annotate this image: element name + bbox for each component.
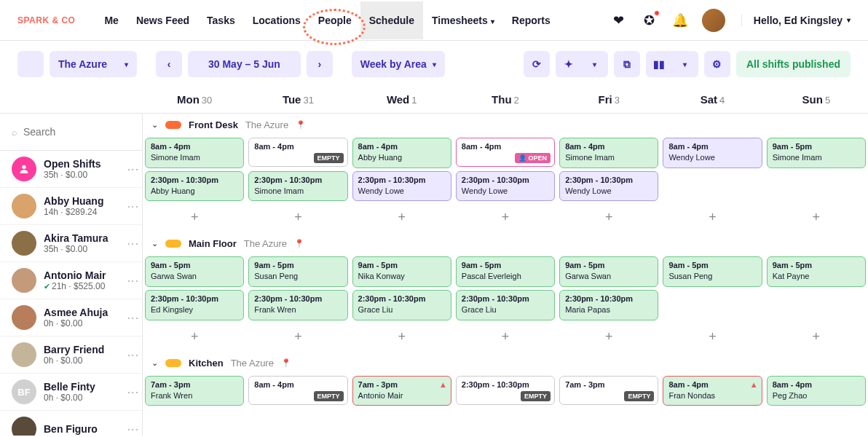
shift-card[interactable]: 7am - 3pm Frank Wren [145, 376, 244, 406]
shift-card[interactable]: 8am - 4pm 👤 OPEN [456, 138, 555, 167]
refresh-button[interactable]: ⟳ [524, 51, 550, 77]
add-shift-button[interactable]: + [454, 202, 557, 232]
shift-card[interactable]: 8am - 4pm Simone Imam [145, 138, 244, 168]
more-icon[interactable]: ⋮ [130, 275, 135, 286]
chevron-down-icon[interactable]: ⌄ [151, 358, 158, 368]
shift-person: Frank Wren [151, 390, 238, 401]
prev-week-button[interactable]: ‹ [156, 51, 182, 77]
help-icon[interactable]: ✪ [641, 12, 658, 29]
shift-time: 8am - 4pm [254, 141, 342, 152]
add-shift-button[interactable]: + [660, 202, 764, 232]
more-icon[interactable]: ⋮ [130, 201, 135, 212]
shift-card[interactable]: 9am - 5pm Susan Peng [248, 256, 347, 287]
add-shift-button[interactable]: + [557, 202, 660, 232]
date-range-display[interactable]: 30 May – 5 Jun [188, 51, 301, 77]
shift-card[interactable]: 2:30pm - 10:30pm Maria Papas [559, 290, 658, 320]
shift-card[interactable]: 8am - 4pm Peg Zhao [767, 376, 866, 406]
shift-card[interactable]: 2:30pm - 10:30pm Wendy Lowe [456, 171, 555, 202]
add-shift-button[interactable]: + [765, 322, 868, 352]
shift-card[interactable]: 2:30pm - 10:30pm Abby Huang [145, 171, 244, 202]
search-input[interactable] [23, 126, 143, 138]
nav-news-feed[interactable]: News Feed [127, 1, 198, 39]
person-row[interactable]: Barry Friend 0h · $0.00 ⋮ [0, 336, 142, 374]
location-pin-button[interactable] [17, 51, 44, 77]
add-shift-button[interactable]: + [765, 202, 868, 232]
person-row[interactable]: Open Shifts 35h · $0.00 ⋮ [0, 151, 142, 188]
shift-card[interactable]: 8am - 4pm EMPTY [248, 376, 347, 405]
shift-time: 2:30pm - 10:30pm [151, 175, 238, 186]
nav-schedule[interactable]: Schedule [360, 1, 423, 39]
view-mode-selector[interactable]: Week by Area▾ [352, 51, 445, 77]
shift-time: 2:30pm - 10:30pm [462, 294, 549, 304]
area-header[interactable]: ⌄ Main Floor The Azure 📍 [143, 232, 868, 255]
shift-card[interactable]: 9am - 5pm Pascal Everleigh [456, 256, 555, 287]
shift-time: 9am - 5pm [462, 260, 549, 271]
shift-card[interactable]: 2:30pm - 10:30pm Grace Liu [456, 290, 555, 320]
shift-card[interactable]: 7am - 3pm Antonio Mair▲ [352, 376, 451, 406]
nav-reports[interactable]: Reports [503, 1, 559, 39]
copy-button[interactable]: ⧉ [614, 51, 640, 77]
person-row[interactable]: Ben Figuro ⋮ [0, 411, 142, 436]
shift-card[interactable]: 9am - 5pm Garwa Swan [145, 256, 244, 287]
favorites-icon[interactable]: ❤ [610, 12, 628, 29]
shift-card[interactable]: 8am - 4pm Simone Imam [559, 138, 658, 168]
nav-locations[interactable]: Locations [244, 1, 309, 39]
add-shift-button[interactable]: + [246, 202, 350, 232]
add-shift-button[interactable]: + [454, 322, 557, 352]
more-icon[interactable]: ⋮ [130, 312, 135, 323]
person-row[interactable]: Abby Huang 14h · $289.24 ⋮ [0, 188, 142, 225]
shift-card[interactable]: 8am - 4pm Abby Huang [352, 138, 451, 168]
shift-card[interactable]: 8am - 4pm Fran Nondas▲ [663, 376, 762, 406]
person-row[interactable]: Asmee Ahuja 0h · $0.00 ⋮ [0, 299, 142, 336]
shift-card[interactable]: 2:30pm - 10:30pm Simone Imam [248, 171, 347, 202]
shift-person: Susan Peng [254, 271, 342, 282]
add-shift-button[interactable]: + [557, 322, 660, 352]
person-row[interactable]: Akira Tamura 35h · $0.00 ⋮ [0, 225, 142, 262]
stats-button[interactable]: ▮▮ [646, 51, 672, 77]
settings-button[interactable]: ⚙ [704, 51, 730, 77]
add-shift-button[interactable]: + [246, 322, 350, 352]
shift-card[interactable]: 2:30pm - 10:30pm Wendy Lowe [559, 171, 658, 202]
chevron-down-icon[interactable]: ⌄ [151, 120, 158, 130]
shift-card[interactable]: 9am - 5pm Garwa Swan [559, 256, 658, 287]
shift-card[interactable]: 2:30pm - 10:30pm Frank Wren [248, 290, 347, 320]
shift-card[interactable]: 2:30pm - 10:30pm EMPTY [456, 376, 555, 405]
person-row[interactable]: BF Belle Finty 0h · $0.00 ⋮ [0, 374, 142, 411]
add-shift-button[interactable]: + [143, 322, 246, 352]
magic-dropdown[interactable]: ▾ [582, 51, 608, 77]
shift-card[interactable]: 8am - 4pm Wendy Lowe [663, 138, 762, 168]
add-shift-button[interactable]: + [350, 202, 454, 232]
shift-card[interactable]: 2:30pm - 10:30pm Ed Kingsley [145, 290, 244, 320]
shift-card[interactable]: 2:30pm - 10:30pm Wendy Lowe [352, 171, 451, 202]
nav-people[interactable]: People [309, 1, 360, 39]
person-row[interactable]: Antonio Mair ✔21h · $525.00 ⋮ [0, 262, 142, 299]
user-greeting[interactable]: Hello, Ed Kingsley▾ [741, 15, 851, 26]
add-shift-button[interactable]: + [660, 322, 764, 352]
add-shift-button[interactable]: + [143, 202, 246, 232]
area-header[interactable]: ⌄ Kitchen The Azure 📍 [143, 352, 868, 374]
next-week-button[interactable]: › [307, 51, 333, 77]
shift-card[interactable]: 9am - 5pm Susan Peng [663, 256, 762, 287]
chevron-down-icon[interactable]: ⌄ [151, 239, 158, 248]
user-avatar[interactable] [702, 9, 725, 32]
shift-card[interactable]: 9am - 5pm Nika Konway [352, 256, 451, 287]
more-icon[interactable]: ⋮ [130, 350, 135, 361]
more-icon[interactable]: ⋮ [130, 164, 135, 175]
nav-me[interactable]: Me [95, 1, 127, 39]
shift-card[interactable]: 8am - 4pm EMPTY [248, 138, 347, 167]
shift-card[interactable]: 9am - 5pm Simone Imam [767, 138, 866, 168]
shift-card[interactable]: 9am - 5pm Kat Payne [767, 256, 866, 287]
nav-tasks[interactable]: Tasks [198, 1, 244, 39]
bell-icon[interactable]: 🔔 [671, 12, 689, 29]
shift-card[interactable]: 2:30pm - 10:30pm Grace Liu [352, 290, 451, 320]
stats-dropdown[interactable]: ▾ [672, 51, 698, 77]
nav-timesheets[interactable]: Timesheets▾ [423, 1, 503, 39]
shift-card[interactable]: 7am - 3pm EMPTY [559, 376, 658, 405]
more-icon[interactable]: ⋮ [130, 424, 135, 435]
magic-button[interactable]: ✦ [556, 51, 582, 77]
area-header[interactable]: ⌄ Front Desk The Azure 📍 [143, 114, 868, 136]
add-shift-button[interactable]: + [350, 322, 454, 352]
location-selector[interactable]: The Azure▾ [50, 51, 137, 77]
more-icon[interactable]: ⋮ [130, 387, 135, 398]
more-icon[interactable]: ⋮ [130, 238, 135, 249]
